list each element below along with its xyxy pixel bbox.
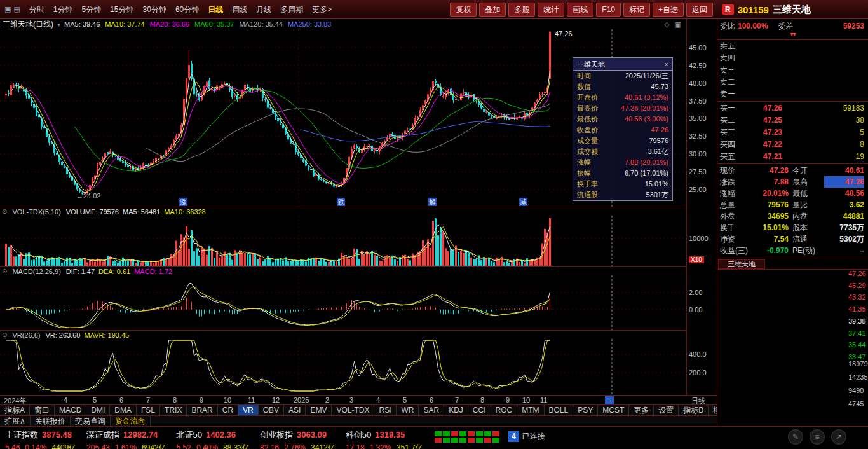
- market-segment: [435, 438, 442, 443]
- connection-count-badge[interactable]: 4: [508, 431, 519, 442]
- indicator-tab-8[interactable]: OBV: [259, 405, 284, 415]
- panel-header-item: MA10: 36328: [164, 208, 205, 216]
- indicator-tab-19[interactable]: BOLL: [545, 405, 574, 415]
- left-tab-1[interactable]: 窗口: [30, 405, 55, 415]
- indicator-tab-5[interactable]: BRAR: [187, 405, 217, 415]
- period-tab-10[interactable]: 更多>: [308, 0, 336, 19]
- right-tab-0[interactable]: 指标B: [679, 405, 709, 415]
- toolbar-button-3[interactable]: 统计: [538, 3, 564, 17]
- indicator-tab-20[interactable]: PSY: [573, 405, 598, 415]
- vr-chart[interactable]: [0, 339, 686, 395]
- volume-chart[interactable]: [0, 216, 686, 266]
- sell-row-4[interactable]: 卖一: [717, 88, 868, 100]
- indicator-tab-13[interactable]: WR: [397, 405, 419, 415]
- collapse-icon[interactable]: ⊙: [2, 208, 7, 215]
- toolbar-button-6[interactable]: 标记: [623, 3, 650, 17]
- expand-arrow-icon[interactable]: ▾▾: [717, 31, 868, 39]
- index-item-1[interactable]: 深证成指12982.74205.431.61%6942亿: [86, 429, 166, 449]
- period-tab-0[interactable]: 分时: [25, 0, 49, 19]
- toolbar-button-7[interactable]: +自选: [653, 3, 684, 17]
- buy-row-0[interactable]: 买一47.2659183: [717, 102, 868, 114]
- index-change: 17.18: [346, 443, 365, 449]
- index-name: 深证成指: [86, 430, 119, 439]
- bottom-tab-1[interactable]: 关联报价: [31, 416, 71, 426]
- buy-row-2[interactable]: 买三47.235: [717, 127, 868, 139]
- macd-chart[interactable]: [0, 275, 686, 330]
- indicator-tab-10[interactable]: EMV: [306, 405, 332, 415]
- indicator-tab-0[interactable]: MACD: [55, 405, 86, 415]
- indicator-tab-7[interactable]: VR: [238, 405, 259, 415]
- indicator-tab-1[interactable]: DMI: [86, 405, 110, 415]
- x-axis-label: 5: [93, 396, 97, 404]
- period-tab-7[interactable]: 周线: [227, 0, 252, 19]
- sell-row-1[interactable]: 卖四: [717, 52, 868, 64]
- indicator-tab-3[interactable]: FSL: [137, 405, 160, 415]
- indicator-tab-11[interactable]: VOL-TDX: [332, 405, 374, 415]
- left-tab-0[interactable]: 指标A: [0, 405, 30, 415]
- buy-row-4[interactable]: 买五47.2119: [717, 151, 868, 163]
- period-tab-6[interactable]: 日线: [203, 0, 227, 19]
- intraday-tab[interactable]: 三维天地: [718, 259, 765, 269]
- ma-label-3: MA60: 35.37: [194, 20, 234, 28]
- index-amount: 88.33亿: [223, 443, 250, 449]
- indicator-tab-12[interactable]: RSI: [374, 405, 397, 415]
- indicator-tab-15[interactable]: KDJ: [444, 405, 468, 415]
- index-item-2[interactable]: 北证501402.365.520.40%88.33亿: [177, 429, 250, 449]
- window-icon-0[interactable]: ▣: [4, 5, 11, 13]
- buy-row-1[interactable]: 买二47.2538: [717, 114, 868, 127]
- share-icon[interactable]: ↗: [831, 429, 846, 445]
- period-tab-1[interactable]: 1分钟: [49, 0, 78, 19]
- index-item-0[interactable]: 上证指数3875.485.460.14%4409亿: [5, 429, 76, 449]
- toolbar-button-0[interactable]: 复权: [450, 3, 477, 17]
- indicator-tab-17[interactable]: ROC: [491, 405, 518, 415]
- period-tab-4[interactable]: 30分钟: [139, 0, 171, 19]
- market-segment: [492, 431, 499, 436]
- index-item-3[interactable]: 创业板指3063.0982.162.76%3412亿: [260, 429, 336, 449]
- toolbar-button-4[interactable]: 画线: [567, 3, 593, 17]
- period-tab-5[interactable]: 60分钟: [171, 0, 203, 19]
- info-row-4: 外盘34695内盘44881: [717, 211, 868, 222]
- collapse-icon[interactable]: ⊙: [2, 268, 7, 275]
- bottom-tab-3[interactable]: 资金流向: [111, 416, 151, 426]
- indicator-tab-21[interactable]: MCST: [598, 405, 629, 415]
- tooltip-row-9: 振幅6.70 (17.01%): [573, 168, 672, 179]
- toolbar-button-5[interactable]: F10: [596, 3, 621, 17]
- period-tab-3[interactable]: 15分钟: [105, 0, 138, 19]
- indicator-tab-14[interactable]: SAR: [419, 405, 444, 415]
- indicator-tab-16[interactable]: CCI: [468, 405, 491, 415]
- sell-row-0[interactable]: 卖五: [717, 40, 868, 52]
- period-tab-8[interactable]: 月线: [252, 0, 276, 19]
- volume-panel-header: ⊙ VOL-TDX(5,10) VOLUME: 79576MA5: 56481M…: [0, 207, 686, 216]
- period-tab-2[interactable]: 5分钟: [78, 0, 106, 19]
- indicator-tab-9[interactable]: ASI: [284, 405, 306, 415]
- buy-row-3[interactable]: 买四47.228: [717, 139, 868, 151]
- indicator-tab-6[interactable]: CR: [218, 405, 238, 415]
- indicator-tab-23[interactable]: 设置: [654, 405, 679, 415]
- close-icon[interactable]: ×: [665, 58, 668, 70]
- collapse-icon[interactable]: ⊙: [2, 331, 7, 338]
- edit-icon[interactable]: ✎: [788, 429, 803, 445]
- chevron-down-icon[interactable]: ▾: [57, 21, 60, 28]
- ma-label-0: MA5: 39.46: [64, 20, 100, 28]
- market-segment: [459, 431, 466, 436]
- indicator-tab-4[interactable]: TRIX: [160, 405, 187, 415]
- market-heatmap-widget[interactable]: [435, 431, 499, 443]
- indicator-tab-2[interactable]: DMA: [110, 405, 137, 415]
- period-tab-9[interactable]: 多周期: [276, 0, 308, 19]
- window-icon-1[interactable]: ▤: [13, 5, 20, 13]
- toolbar-button-8[interactable]: 返回: [686, 3, 713, 17]
- sell-row-3[interactable]: 卖二: [717, 76, 868, 88]
- index-item-4[interactable]: 科创501319.3517.181.32%351.7亿: [346, 429, 423, 449]
- indicator-tab-18[interactable]: MTM: [517, 405, 544, 415]
- sell-row-2[interactable]: 卖三: [717, 64, 868, 76]
- indicator-tab-22[interactable]: 更多: [629, 405, 654, 415]
- market-segment: [492, 438, 499, 443]
- toolbar-button-1[interactable]: 叠加: [479, 3, 506, 17]
- toolbar-button-2[interactable]: 多股: [508, 3, 535, 17]
- bottom-tab-0[interactable]: 扩展∧: [0, 416, 31, 426]
- index-name: 科创50: [346, 430, 371, 439]
- diamond-icon[interactable]: ◇: [664, 20, 669, 29]
- menu-icon[interactable]: ≡: [810, 429, 825, 445]
- bottom-tab-2[interactable]: 交易查询: [71, 416, 111, 426]
- maximize-icon[interactable]: ▣: [675, 20, 681, 29]
